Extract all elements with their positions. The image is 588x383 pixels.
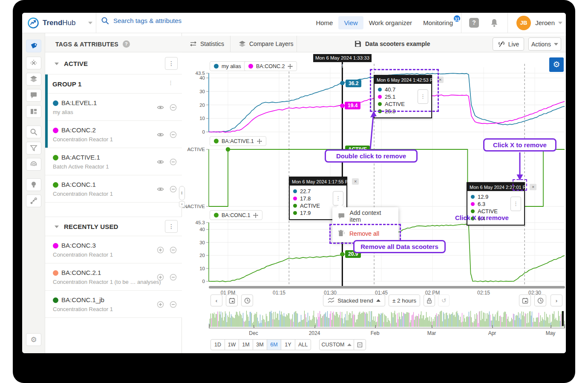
compare-layers-label: Compare Layers xyxy=(249,40,294,47)
tag-row[interactable]: BA:CONC.1_jb Concentration Reactor 1 xyxy=(45,291,182,318)
remove-circle-icon[interactable] xyxy=(170,274,177,281)
zoom-1y-button[interactable]: 1Y xyxy=(281,339,295,350)
search-input[interactable] xyxy=(113,17,216,24)
help-button[interactable]: ? xyxy=(469,18,479,28)
layers-icon xyxy=(30,75,37,83)
nav-view[interactable]: View xyxy=(338,16,363,29)
sidebar-tool-formulas[interactable] xyxy=(26,57,41,69)
remove-circle-icon[interactable] xyxy=(170,104,177,111)
chevron-down-icon[interactable] xyxy=(55,63,59,65)
group-row[interactable]: GROUP 1 ⋮ xyxy=(45,74,182,94)
zoom-1d-button[interactable]: 1D xyxy=(210,339,225,350)
custom-range-button[interactable]: CUSTOM xyxy=(319,339,354,350)
time-button[interactable] xyxy=(241,294,253,306)
tag-row[interactable]: BA:CONC.3 Concentration Reactor 1 xyxy=(45,236,182,263)
nav-work-organizer[interactable]: Work organizer xyxy=(363,16,418,29)
tag-row[interactable]: BA:ACTIVE.1 Batch Active Reactor 1 xyxy=(45,148,182,175)
time-axis-scrollbar[interactable] xyxy=(209,286,565,289)
legend-chip-ba-conc1[interactable]: BA:CONC.1 xyxy=(210,210,262,220)
sidebar-tool-filter[interactable] xyxy=(26,142,41,154)
tag-row[interactable]: BA:CONC.2.1 Concentration Reactor 1 (to … xyxy=(45,263,182,291)
sidebar-tool-comments[interactable] xyxy=(26,89,41,102)
move-icon[interactable] xyxy=(257,139,262,144)
panel-help-icon[interactable]: ? xyxy=(123,40,130,48)
add-circle-icon[interactable] xyxy=(157,274,164,281)
series-color-dot xyxy=(214,139,219,143)
section-active-menu-button[interactable]: ⋮ xyxy=(165,57,178,70)
chart-settings-button[interactable]: ⚙ xyxy=(549,57,564,72)
statistics-button[interactable]: Statistics xyxy=(190,36,224,52)
remove-circle-icon[interactable] xyxy=(170,186,177,193)
zoom-6m-button[interactable]: 6M xyxy=(267,339,281,350)
section-recently-used[interactable]: RECENTLY USED ⋮ xyxy=(45,217,182,236)
remove-circle-icon[interactable] xyxy=(170,131,177,138)
visibility-eye-icon[interactable] xyxy=(157,131,164,138)
live-button[interactable]: Live xyxy=(493,37,524,51)
pan-right-button[interactable]: › xyxy=(551,294,562,306)
view-mode-dropdown[interactable]: Stacked trend xyxy=(323,294,385,306)
sidebar-tool-relations[interactable] xyxy=(26,194,41,207)
section-recent-menu-button[interactable]: ⋮ xyxy=(165,220,178,233)
brand-chevron-down-icon[interactable] xyxy=(88,22,92,24)
brand[interactable]: TrendHub xyxy=(27,17,92,29)
calendar-button[interactable] xyxy=(226,294,238,306)
time-window-button[interactable]: ± 2 hours xyxy=(389,294,420,306)
user-menu-chevron-down-icon[interactable] xyxy=(558,22,562,24)
add-circle-icon[interactable] xyxy=(157,301,164,308)
close-icon[interactable]: × xyxy=(530,184,536,190)
visibility-eye-icon[interactable] xyxy=(157,158,164,166)
sidebar-tool-recommendations[interactable] xyxy=(26,178,41,191)
user-name: Jeroen xyxy=(535,19,555,26)
tag-row[interactable]: BA:CONC.2 Concentration Reactor 1 xyxy=(45,121,182,148)
panel-resize-handle[interactable]: ‖ xyxy=(179,186,185,200)
nav-home[interactable]: Home xyxy=(310,16,338,29)
calendar-end-button[interactable] xyxy=(519,294,531,306)
add-circle-icon[interactable] xyxy=(157,246,164,254)
scooter-menu-button[interactable]: ⋮ xyxy=(510,197,521,211)
chevron-down-icon[interactable] xyxy=(55,226,59,228)
sidebar-tool-layers[interactable] xyxy=(26,73,41,86)
nav-monitoring[interactable]: Monitoring31 xyxy=(418,16,458,29)
move-icon[interactable] xyxy=(288,64,293,69)
zoom-1w-button[interactable]: 1W xyxy=(225,339,239,350)
sidebar-tool-tags[interactable] xyxy=(26,40,41,52)
menu-item-add-context-item[interactable]: Add context item xyxy=(332,207,398,225)
pan-left-button[interactable]: ‹ xyxy=(210,294,222,306)
tag-row[interactable]: BA:CONC.1 Concentration Reactor 1 xyxy=(45,175,182,203)
close-icon[interactable]: × xyxy=(352,178,359,185)
tag-row[interactable]: BA:LEVEL.1 my alias xyxy=(45,94,182,121)
zoom-3m-button[interactable]: 3M xyxy=(253,339,267,350)
expand-range-button[interactable] xyxy=(354,339,366,350)
live-label: Live xyxy=(508,41,519,48)
remove-circle-icon[interactable] xyxy=(170,301,177,308)
sidebar-tool-fingerprint[interactable] xyxy=(26,158,41,171)
sidebar-tool-search[interactable] xyxy=(26,126,41,138)
actions-button[interactable]: Actions xyxy=(528,37,561,51)
move-icon[interactable] xyxy=(253,213,258,218)
context-overview-bar[interactable] xyxy=(209,310,565,327)
group-menu-button[interactable]: ⋮ xyxy=(168,80,173,86)
panel-collapse-button[interactable]: × xyxy=(179,201,185,207)
notifications-button[interactable] xyxy=(490,18,500,28)
scooter-menu-button[interactable]: ⋮ xyxy=(333,191,343,206)
section-active[interactable]: ACTIVE ⋮ xyxy=(45,52,182,74)
sidebar-tool-settings[interactable]: ⚙ xyxy=(26,333,41,346)
time-end-button[interactable] xyxy=(534,294,546,306)
tag-name: BA:ACTIVE.1 xyxy=(61,154,100,161)
visibility-eye-icon[interactable] xyxy=(157,186,164,193)
legend-chip-ba-conc2[interactable]: BA:CONC.2 xyxy=(244,61,297,71)
save-icon[interactable] xyxy=(355,40,361,47)
compare-layers-button[interactable]: Compare Layers xyxy=(239,36,294,52)
section-active-label: ACTIVE xyxy=(64,60,88,67)
formula-icon xyxy=(30,59,37,67)
remove-circle-icon[interactable] xyxy=(170,246,177,254)
lock-scale-button[interactable] xyxy=(424,294,435,306)
remove-circle-icon[interactable] xyxy=(170,158,177,166)
zoom-1m-button[interactable]: 1M xyxy=(239,339,253,350)
callout-click-x-text: Click X to remove xyxy=(455,214,509,221)
zoom-all-button[interactable]: ALL xyxy=(295,339,311,350)
legend-chip-ba-active1[interactable]: BA:ACTIVE.1 xyxy=(210,136,266,146)
user-avatar[interactable]: JB xyxy=(516,16,531,30)
visibility-eye-icon[interactable] xyxy=(157,104,164,111)
sidebar-tool-dashboard[interactable] xyxy=(26,105,41,118)
